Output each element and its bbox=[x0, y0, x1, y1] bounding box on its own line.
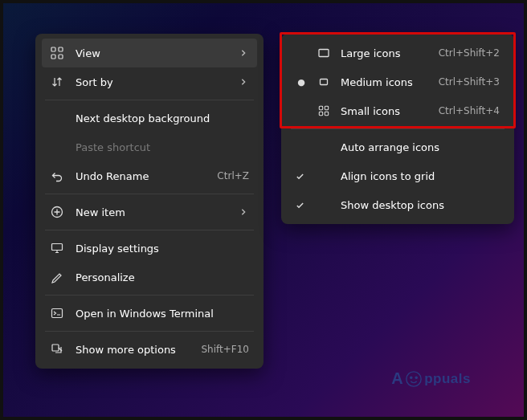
svg-rect-8 bbox=[319, 50, 329, 57]
menu-label: Personalize bbox=[76, 271, 249, 283]
svg-point-15 bbox=[411, 377, 412, 378]
chevron-right-icon bbox=[239, 49, 249, 57]
svg-rect-0 bbox=[51, 47, 55, 51]
large-icons-icon bbox=[317, 47, 331, 59]
menu-shortcut: Ctrl+Z bbox=[217, 170, 249, 181]
submenu-item-show-icons[interactable]: Show desktop icons bbox=[288, 190, 508, 219]
menu-item-display-settings[interactable]: Display settings bbox=[42, 234, 257, 263]
menu-label: View bbox=[76, 47, 228, 59]
menu-label: Sort by bbox=[76, 76, 228, 88]
desktop-context-menu: View Sort by Next desktop background Pas… bbox=[35, 34, 264, 369]
undo-icon bbox=[50, 169, 64, 183]
watermark-face-icon bbox=[405, 370, 423, 388]
small-icons-icon bbox=[317, 105, 331, 116]
submenu-shortcut: Ctrl+Shift+3 bbox=[439, 76, 500, 88]
svg-rect-6 bbox=[52, 309, 63, 318]
menu-separator bbox=[291, 128, 505, 129]
menu-item-new[interactable]: New item bbox=[42, 198, 257, 226]
watermark-letter: A bbox=[391, 369, 403, 388]
menu-item-more-options[interactable]: Show more options Shift+F10 bbox=[42, 335, 257, 364]
watermark-appuals: A ppuals bbox=[391, 369, 471, 388]
menu-item-next-background[interactable]: Next desktop background bbox=[42, 104, 257, 133]
menu-item-paste-shortcut: Paste shortcut bbox=[42, 133, 257, 161]
checkmark-icon bbox=[296, 172, 307, 181]
submenu-label: Medium icons bbox=[341, 76, 429, 88]
menu-label: Display settings bbox=[76, 243, 249, 255]
menu-label: Open in Windows Terminal bbox=[76, 308, 249, 320]
submenu-shortcut: Ctrl+Shift+4 bbox=[439, 105, 500, 116]
submenu-label: Auto arrange icons bbox=[341, 141, 500, 153]
submenu-item-small-icons[interactable]: Small icons Ctrl+Shift+4 bbox=[288, 96, 508, 125]
menu-separator bbox=[45, 331, 254, 332]
menu-label: Show more options bbox=[76, 344, 190, 356]
watermark-text: ppuals bbox=[424, 371, 471, 387]
menu-item-sort[interactable]: Sort by bbox=[42, 67, 257, 96]
submenu-label: Large icons bbox=[341, 47, 429, 59]
svg-rect-1 bbox=[59, 47, 63, 51]
menu-separator bbox=[45, 295, 254, 296]
svg-point-16 bbox=[415, 377, 417, 378]
svg-rect-12 bbox=[319, 112, 322, 115]
view-submenu: Large icons Ctrl+Shift+2 ● Medium icons … bbox=[281, 34, 514, 224]
medium-icons-icon bbox=[317, 75, 331, 88]
menu-item-undo[interactable]: Undo Rename Ctrl+Z bbox=[42, 161, 257, 190]
new-plus-icon bbox=[50, 205, 64, 219]
svg-rect-3 bbox=[59, 55, 63, 59]
view-grid-icon bbox=[50, 46, 64, 60]
sort-icon bbox=[50, 75, 64, 89]
svg-rect-11 bbox=[325, 106, 328, 109]
submenu-item-auto-arrange[interactable]: Auto arrange icons bbox=[288, 133, 508, 161]
submenu-item-align-grid[interactable]: Align icons to grid bbox=[288, 161, 508, 190]
menu-item-view[interactable]: View bbox=[42, 39, 257, 67]
menu-label: New item bbox=[76, 206, 228, 218]
svg-rect-7 bbox=[52, 345, 59, 351]
menu-label: Undo Rename bbox=[76, 170, 206, 182]
display-settings-icon bbox=[50, 241, 64, 255]
menu-separator bbox=[45, 230, 254, 230]
menu-separator bbox=[45, 100, 254, 100]
submenu-item-medium-icons[interactable]: ● Medium icons Ctrl+Shift+3 bbox=[288, 67, 508, 96]
chevron-right-icon bbox=[239, 78, 249, 86]
svg-rect-13 bbox=[325, 112, 328, 115]
menu-item-personalize[interactable]: Personalize bbox=[42, 263, 257, 292]
submenu-label: Show desktop icons bbox=[341, 199, 500, 211]
menu-label: Paste shortcut bbox=[76, 141, 249, 153]
svg-point-14 bbox=[406, 371, 421, 385]
svg-rect-9 bbox=[321, 80, 328, 85]
menu-item-terminal[interactable]: Open in Windows Terminal bbox=[42, 299, 257, 328]
submenu-label: Align icons to grid bbox=[341, 170, 500, 182]
menu-shortcut: Shift+F10 bbox=[201, 344, 249, 355]
terminal-icon bbox=[50, 306, 64, 320]
radio-selected-icon: ● bbox=[296, 77, 307, 88]
more-options-icon bbox=[50, 342, 64, 357]
checkmark-icon bbox=[296, 201, 307, 210]
submenu-label: Small icons bbox=[341, 105, 429, 117]
menu-label: Next desktop background bbox=[76, 112, 249, 124]
blank-icon bbox=[50, 111, 64, 125]
svg-rect-2 bbox=[51, 55, 55, 59]
chevron-right-icon bbox=[239, 208, 249, 216]
personalize-icon bbox=[50, 270, 64, 284]
submenu-shortcut: Ctrl+Shift+2 bbox=[439, 47, 500, 59]
svg-rect-10 bbox=[319, 106, 322, 109]
menu-separator bbox=[45, 194, 254, 194]
submenu-item-large-icons[interactable]: Large icons Ctrl+Shift+2 bbox=[288, 39, 508, 67]
blank-icon bbox=[50, 140, 64, 154]
svg-rect-5 bbox=[52, 244, 63, 251]
